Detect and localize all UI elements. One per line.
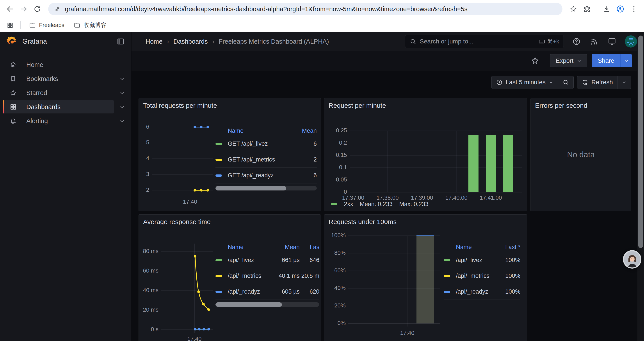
- panel-title[interactable]: Average response time: [143, 218, 211, 226]
- y-tick: 4: [146, 155, 149, 162]
- chevron-down-icon[interactable]: [119, 90, 125, 96]
- panel-avg-response-time[interactable]: Average response time 80 ms 60 ms 40 ms …: [138, 214, 321, 341]
- sidebar-item-dashboards[interactable]: Dashboards: [0, 100, 131, 113]
- sidebar-item-label: Home: [26, 61, 43, 69]
- panel-title[interactable]: Requests under 100ms: [328, 218, 396, 226]
- legend-table: Name Last * /api/_livez 100% /api/_metri…: [444, 242, 520, 300]
- legend-row[interactable]: /api/_metrics 40.1 ms 20.5 m: [216, 268, 319, 284]
- breadcrumb-separator: ›: [212, 38, 214, 45]
- scrollbar-thumb[interactable]: [638, 36, 643, 248]
- series-name[interactable]: /api/_metrics: [228, 272, 261, 279]
- legend-row[interactable]: GET /api/_metrics 2: [216, 152, 317, 168]
- profile-icon[interactable]: [615, 3, 626, 15]
- series-name[interactable]: /api/_metrics: [456, 272, 490, 279]
- zoom-out-button[interactable]: [558, 76, 574, 89]
- time-range-picker[interactable]: Last 5 minutes: [492, 76, 558, 89]
- brand-name[interactable]: Grafana: [22, 38, 47, 46]
- refresh-button[interactable]: Refresh: [577, 76, 617, 89]
- legend-col-name[interactable]: Name: [444, 244, 492, 251]
- sidebar-item-starred[interactable]: Starred: [0, 86, 131, 99]
- legend-col-mean[interactable]: Mean: [290, 128, 317, 134]
- panel-title[interactable]: Request per minute: [328, 102, 386, 109]
- panel-errors-per-second[interactable]: Errors per second No data: [530, 98, 631, 211]
- share-button[interactable]: Share: [592, 54, 620, 67]
- panel-requests-under-100ms[interactable]: Requests under 100ms 100% 80% 60% 40% 20…: [324, 214, 527, 341]
- help-icon[interactable]: [572, 37, 582, 47]
- legend-table: Name Mean GET /api/_livez 6 GET /api/_me…: [216, 126, 317, 190]
- forward-icon[interactable]: [18, 3, 29, 15]
- y-tick: 0.15: [336, 152, 347, 158]
- series-name[interactable]: GET /api/_readyz: [228, 172, 274, 179]
- user-avatar[interactable]: [625, 35, 637, 48]
- series-name[interactable]: GET /api/_livez: [228, 140, 268, 147]
- series-metrics-line: [194, 255, 210, 311]
- legend-row[interactable]: /api/_livez 100%: [444, 252, 520, 268]
- series-name[interactable]: /api/_readyz: [228, 288, 260, 295]
- keyboard-shortcut: ⌘+k: [538, 38, 559, 45]
- y-tick: 100%: [331, 232, 346, 238]
- legend-scrollbar[interactable]: [216, 302, 319, 307]
- reload-icon[interactable]: [32, 3, 43, 15]
- total-requests-chart: 6 5 4 3 2 17:40: [141, 114, 216, 208]
- browser-menu-icon[interactable]: [628, 3, 640, 15]
- news-rss-icon[interactable]: [589, 37, 599, 47]
- sidebar-item-home[interactable]: Home: [0, 58, 131, 71]
- series-color-dash: [216, 275, 222, 277]
- url-text[interactable]: grafana.mathmast.com/d/deytv4rwavabkb/fr…: [65, 6, 468, 13]
- legend-col-last[interactable]: Las: [300, 244, 319, 251]
- series-name[interactable]: /api/_livez: [456, 257, 482, 263]
- chevron-down-icon[interactable]: [119, 118, 125, 124]
- legend-col-mean[interactable]: Mean: [269, 244, 300, 251]
- series-name[interactable]: GET /api/_metrics: [228, 156, 275, 163]
- breadcrumb-home[interactable]: Home: [146, 38, 162, 45]
- panel-title[interactable]: Total requests per minute: [143, 102, 217, 109]
- legend-table: Name Mean Las /api/_livez 661 µs 646 /ap…: [216, 242, 319, 307]
- site-settings-icon[interactable]: [54, 6, 61, 13]
- monitor-icon[interactable]: [607, 37, 617, 47]
- address-bar[interactable]: grafana.mathmast.com/d/deytv4rwavabkb/fr…: [48, 3, 562, 15]
- bookmark-label: Freeleaps: [39, 22, 64, 29]
- bookmark-star-icon[interactable]: [568, 3, 579, 15]
- floating-assistant-avatar[interactable]: [623, 250, 641, 269]
- export-button[interactable]: Export: [550, 54, 587, 67]
- chevron-down-icon[interactable]: [119, 76, 125, 82]
- series-name[interactable]: /api/_readyz: [456, 288, 488, 295]
- legend-col-name[interactable]: Name: [216, 244, 269, 251]
- sidebar-item-bookmarks[interactable]: Bookmarks: [0, 72, 131, 85]
- favorite-star-icon[interactable]: [531, 56, 540, 65]
- panel-total-requests[interactable]: Total requests per minute 6 5 4 3 2 17:4…: [138, 98, 321, 211]
- downloads-icon[interactable]: [601, 3, 612, 15]
- search-input[interactable]: [420, 38, 535, 45]
- legend-col-last[interactable]: Last *: [492, 244, 520, 251]
- top-nav: Home › Dashboards › Freeleaps Metrics Da…: [132, 32, 644, 51]
- back-icon[interactable]: [4, 3, 16, 15]
- legend-row[interactable]: /api/_readyz 100%: [444, 284, 520, 300]
- legend-row[interactable]: /api/_livez 661 µs 646: [216, 252, 319, 268]
- legend-col-name[interactable]: Name: [216, 128, 290, 134]
- panel-request-per-minute[interactable]: Request per minute 0.25 0.2 0.15: [324, 98, 527, 211]
- breadcrumb-dashboards[interactable]: Dashboards: [174, 38, 208, 45]
- series-name[interactable]: /api/_livez: [228, 257, 254, 263]
- x-tick: 17:40: [183, 198, 197, 205]
- legend-scrollbar[interactable]: [216, 186, 317, 190]
- dock-menu-icon[interactable]: [116, 37, 125, 46]
- extensions-icon[interactable]: [581, 3, 593, 15]
- share-menu-button[interactable]: [620, 54, 632, 67]
- bookmark-folder-blogs[interactable]: 收藏博客: [70, 20, 110, 30]
- search-bar[interactable]: ⌘+k: [405, 35, 564, 48]
- sidebar-item-alerting[interactable]: Alerting: [0, 114, 131, 128]
- bookmark-folder-freeleaps[interactable]: Freeleaps: [26, 21, 68, 30]
- apps-grid-icon[interactable]: [5, 21, 15, 30]
- series-mean: 6: [290, 172, 317, 179]
- clock-icon: [496, 79, 502, 86]
- legend-row[interactable]: /api/_metrics 100%: [444, 268, 520, 284]
- refresh-interval-button[interactable]: [618, 76, 631, 89]
- chevron-down-icon[interactable]: [119, 104, 125, 110]
- legend-row[interactable]: GET /api/_livez 6: [216, 136, 317, 152]
- series-mean: 661 µs: [269, 257, 300, 263]
- series-name[interactable]: 2xx: [344, 201, 353, 208]
- legend: 2xx Mean: 0.233 Max: 0.233: [331, 201, 428, 208]
- legend-row[interactable]: /api/_readyz 605 µs 620: [216, 284, 319, 300]
- legend-row[interactable]: GET /api/_readyz 6: [216, 168, 317, 183]
- page-scrollbar[interactable]: [638, 32, 644, 341]
